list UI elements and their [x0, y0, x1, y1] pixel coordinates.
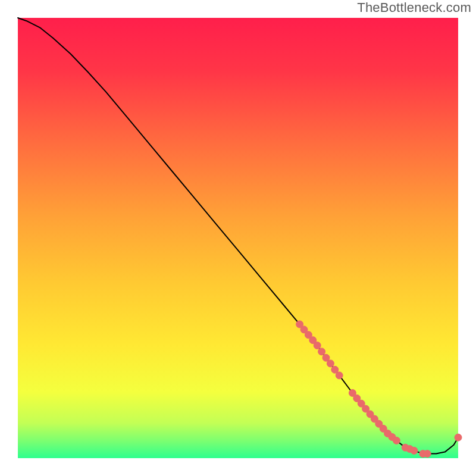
marker-dot [393, 437, 400, 444]
watermark-text: TheBottleneck.com [357, 0, 471, 15]
marker-dot [314, 342, 321, 349]
marker-dot [327, 360, 334, 367]
marker-dot [424, 450, 431, 458]
marker-dot [336, 372, 343, 379]
marker-dot [318, 348, 325, 355]
marker-dot [411, 447, 418, 454]
bottleneck-chart: TheBottleneck.com [0, 0, 476, 476]
marker-dot [455, 434, 462, 441]
bottleneck-curve [18, 18, 458, 454]
chart-overlay [0, 0, 476, 476]
marker-dots [296, 321, 462, 458]
svg-rect-2 [18, 18, 458, 458]
